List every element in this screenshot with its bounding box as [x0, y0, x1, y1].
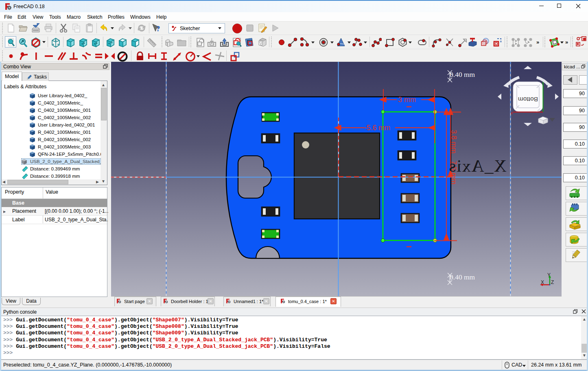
- svg-text:0.40 mm: 0.40 mm: [450, 70, 475, 79]
- svg-text:-5.6 mm: -5.6 mm: [364, 124, 390, 132]
- svg-text:X: X: [541, 279, 544, 285]
- svg-text:Z: Z: [551, 279, 554, 285]
- svg-text:X_Axis: X_Axis: [448, 156, 507, 175]
- svg-text:Bottom: Bottom: [518, 96, 538, 103]
- svg-text:Y: Y: [547, 272, 551, 278]
- svg-text:0.40 mm: 0.40 mm: [450, 273, 475, 281]
- svg-text:?: ?: [156, 24, 160, 33]
- svg-text:3.8 mm: 3.8 mm: [450, 130, 458, 153]
- svg-text:3 mm: 3 mm: [398, 96, 416, 104]
- svg-text:x: x: [511, 110, 513, 115]
